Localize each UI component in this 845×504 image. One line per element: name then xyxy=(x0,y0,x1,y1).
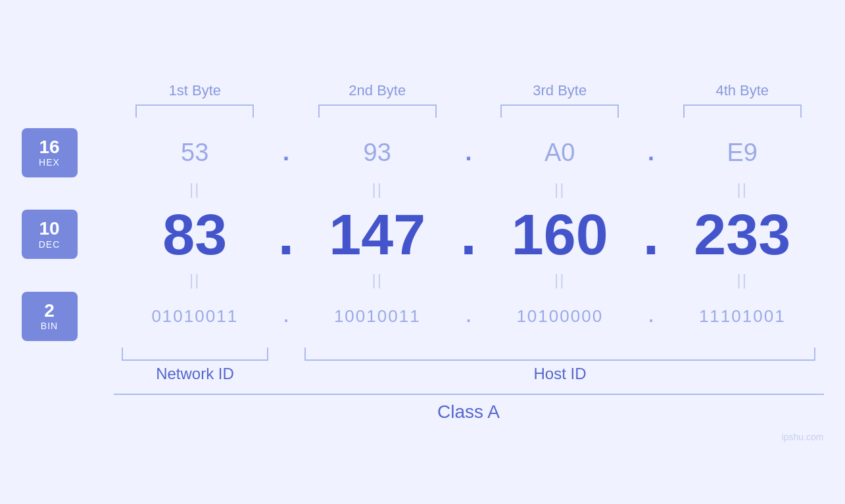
dot-bin-1: . xyxy=(276,306,296,327)
equals-4: || xyxy=(737,180,748,198)
bin-val-4: 11101001 xyxy=(699,306,786,326)
equals-8: || xyxy=(737,271,748,289)
dec-val-2: 147 xyxy=(329,202,425,267)
dec-val-1: 83 xyxy=(162,202,227,267)
hex-val-2: 93 xyxy=(364,139,391,166)
top-bracket-3 xyxy=(500,104,619,118)
bin-badge-number: 2 xyxy=(44,301,55,321)
dot-bin-2: . xyxy=(459,306,479,327)
top-bracket-1 xyxy=(135,104,254,118)
top-bracket-4 xyxy=(683,104,802,118)
host-id-bracket xyxy=(304,348,816,361)
class-label: Class A xyxy=(437,401,500,422)
dot-hex-3: . xyxy=(641,139,661,166)
class-row: Class A xyxy=(114,394,824,423)
hex-badge-label: HEX xyxy=(39,157,60,168)
dot-dec-3: . xyxy=(641,201,661,268)
dot-dec-2: . xyxy=(459,201,479,268)
bin-val-1: 01010011 xyxy=(151,306,238,326)
dot-dec-1: . xyxy=(276,201,296,268)
bin-val-3: 10100000 xyxy=(516,306,603,326)
byte-label-4: 4th Byte xyxy=(661,82,824,99)
bin-badge-label: BIN xyxy=(41,321,58,331)
network-id-label: Network ID xyxy=(156,365,234,383)
hex-val-1: 53 xyxy=(181,139,208,166)
equals-5: || xyxy=(189,271,200,289)
hex-val-3: A0 xyxy=(544,139,575,166)
dec-badge: 10 DEC xyxy=(22,210,78,259)
dot-hex-1: . xyxy=(276,139,296,166)
watermark: ipshu.com xyxy=(782,432,824,442)
host-id-label: Host ID xyxy=(533,365,586,383)
dot-bin-3: . xyxy=(641,306,661,327)
byte-label-2: 2nd Byte xyxy=(296,82,459,99)
hex-badge: 16 HEX xyxy=(22,128,78,177)
bin-val-2: 10010011 xyxy=(334,306,421,326)
hex-badge-number: 16 xyxy=(39,137,59,158)
byte-label-1: 1st Byte xyxy=(114,82,277,99)
equals-1: || xyxy=(189,180,200,198)
dec-badge-label: DEC xyxy=(39,239,60,250)
dec-badge-number: 10 xyxy=(39,219,59,239)
byte-label-3: 3rd Byte xyxy=(479,82,642,99)
bin-badge: 2 BIN xyxy=(22,292,78,341)
dec-val-4: 233 xyxy=(694,202,790,267)
equals-2: || xyxy=(372,180,383,198)
top-bracket-2 xyxy=(318,104,437,118)
network-id-bracket xyxy=(122,348,268,361)
hex-val-4: E9 xyxy=(727,139,758,166)
dot-hex-2: . xyxy=(459,139,479,166)
equals-6: || xyxy=(372,271,383,289)
equals-3: || xyxy=(554,180,565,198)
dec-val-3: 160 xyxy=(512,202,608,267)
equals-7: || xyxy=(554,271,565,289)
